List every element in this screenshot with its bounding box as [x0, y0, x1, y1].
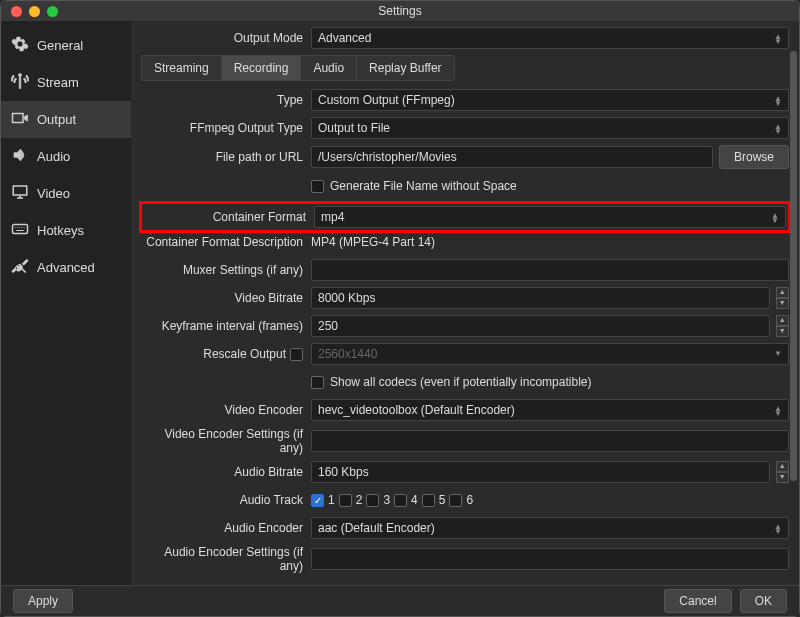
- audio-encoder-label: Audio Encoder: [141, 521, 311, 535]
- type-label: Type: [141, 93, 311, 107]
- sidebar-item-video[interactable]: Video: [1, 175, 131, 212]
- audio-encoder-settings-label: Audio Encoder Settings (if any): [141, 545, 311, 573]
- window-title: Settings: [1, 4, 799, 18]
- audio-track-6-checkbox[interactable]: [449, 494, 462, 507]
- sidebar-item-advanced[interactable]: Advanced: [1, 249, 131, 286]
- sidebar-item-general[interactable]: General: [1, 27, 131, 64]
- monitor-icon: [11, 183, 29, 204]
- output-icon: [11, 109, 29, 130]
- sidebar-item-label: Video: [37, 186, 70, 201]
- browse-button[interactable]: Browse: [719, 145, 789, 169]
- sidebar-item-stream[interactable]: Stream: [1, 64, 131, 101]
- sidebar-item-label: Audio: [37, 149, 70, 164]
- sidebar-item-output[interactable]: Output: [1, 101, 131, 138]
- chevron-updown-icon: ▲▼: [774, 523, 782, 533]
- sidebar-item-label: Output: [37, 112, 76, 127]
- audio-track-1-checkbox[interactable]: ✓: [311, 494, 324, 507]
- container-format-select[interactable]: mp4▲▼: [314, 206, 786, 228]
- speaker-icon: [11, 146, 29, 167]
- gear-icon: [11, 35, 29, 56]
- type-select[interactable]: Custom Output (FFmpeg)▲▼: [311, 89, 789, 111]
- video-encoder-settings-input[interactable]: [311, 430, 789, 452]
- generate-no-space-label: Generate File Name without Space: [330, 179, 517, 193]
- ffmpeg-output-type-label: FFmpeg Output Type: [141, 121, 311, 135]
- chevron-updown-icon: ▲▼: [774, 123, 782, 133]
- tab-audio[interactable]: Audio: [301, 56, 357, 80]
- svg-rect-1: [13, 186, 27, 195]
- tab-replay-buffer[interactable]: Replay Buffer: [357, 56, 454, 80]
- tools-icon: [11, 257, 29, 278]
- chevron-updown-icon: ▲▼: [774, 33, 782, 43]
- antenna-icon: [11, 72, 29, 93]
- ok-button[interactable]: OK: [740, 589, 787, 613]
- rescale-checkbox[interactable]: [290, 348, 303, 361]
- audio-track-5-checkbox[interactable]: [422, 494, 435, 507]
- file-path-input[interactable]: [311, 146, 713, 168]
- muxer-settings-label: Muxer Settings (if any): [141, 263, 311, 277]
- cancel-button[interactable]: Cancel: [664, 589, 731, 613]
- rescale-select[interactable]: 2560x1440▼: [311, 343, 789, 365]
- titlebar: Settings: [1, 1, 799, 21]
- sidebar-item-label: General: [37, 38, 83, 53]
- footer: Apply Cancel OK: [1, 585, 799, 616]
- rescale-label: Rescale Output: [203, 347, 286, 361]
- keyframe-stepper[interactable]: ▲▼: [776, 315, 789, 337]
- video-bitrate-input[interactable]: [311, 287, 770, 309]
- container-desc-label: Container Format Description: [141, 235, 311, 249]
- svg-rect-2: [13, 225, 28, 234]
- tab-recording[interactable]: Recording: [222, 56, 302, 80]
- audio-track-3-checkbox[interactable]: [366, 494, 379, 507]
- sidebar-item-label: Advanced: [37, 260, 95, 275]
- chevron-updown-icon: ▲▼: [774, 405, 782, 415]
- video-encoder-select[interactable]: hevc_videotoolbox (Default Encoder)▲▼: [311, 399, 789, 421]
- audio-encoder-settings-input[interactable]: [311, 548, 789, 570]
- audio-bitrate-input[interactable]: [311, 461, 770, 483]
- show-all-codecs-checkbox[interactable]: [311, 376, 324, 389]
- output-mode-label: Output Mode: [141, 31, 311, 45]
- sidebar-item-hotkeys[interactable]: Hotkeys: [1, 212, 131, 249]
- main-panel: Output Mode Advanced ▲▼ Streaming Record…: [131, 21, 799, 585]
- sidebar-item-label: Hotkeys: [37, 223, 84, 238]
- muxer-settings-input[interactable]: [311, 259, 789, 281]
- keyframe-label: Keyframe interval (frames): [141, 319, 311, 333]
- tab-streaming[interactable]: Streaming: [142, 56, 222, 80]
- audio-bitrate-label: Audio Bitrate: [141, 465, 311, 479]
- audio-encoder-select[interactable]: aac (Default Encoder)▲▼: [311, 517, 789, 539]
- output-tabs: Streaming Recording Audio Replay Buffer: [141, 55, 455, 81]
- scrollbar[interactable]: [790, 51, 797, 571]
- chevron-down-icon: ▼: [774, 350, 782, 358]
- sidebar: General Stream Output Audio Video Hotkey…: [1, 21, 131, 585]
- video-encoder-settings-label: Video Encoder Settings (if any): [141, 427, 311, 455]
- audio-track-2-checkbox[interactable]: [339, 494, 352, 507]
- generate-no-space-checkbox[interactable]: [311, 180, 324, 193]
- container-format-label: Container Format: [144, 210, 314, 224]
- output-mode-select[interactable]: Advanced ▲▼: [311, 27, 789, 49]
- sidebar-item-audio[interactable]: Audio: [1, 138, 131, 175]
- keyframe-input[interactable]: [311, 315, 770, 337]
- show-all-codecs-label: Show all codecs (even if potentially inc…: [330, 375, 591, 389]
- audio-track-4-checkbox[interactable]: [394, 494, 407, 507]
- container-desc-value: MP4 (MPEG-4 Part 14): [311, 235, 435, 249]
- chevron-updown-icon: ▲▼: [771, 212, 779, 222]
- video-encoder-label: Video Encoder: [141, 403, 311, 417]
- container-format-highlight: Container Format mp4▲▼: [139, 201, 791, 233]
- file-path-label: File path or URL: [141, 150, 311, 164]
- svg-rect-0: [13, 114, 24, 123]
- audio-track-label: Audio Track: [141, 493, 311, 507]
- audio-bitrate-stepper[interactable]: ▲▼: [776, 461, 789, 483]
- video-bitrate-stepper[interactable]: ▲▼: [776, 287, 789, 309]
- apply-button[interactable]: Apply: [13, 589, 73, 613]
- video-bitrate-label: Video Bitrate: [141, 291, 311, 305]
- scrollbar-thumb[interactable]: [790, 51, 797, 481]
- ffmpeg-output-type-select[interactable]: Output to File▲▼: [311, 117, 789, 139]
- keyboard-icon: [11, 220, 29, 241]
- sidebar-item-label: Stream: [37, 75, 79, 90]
- chevron-updown-icon: ▲▼: [774, 95, 782, 105]
